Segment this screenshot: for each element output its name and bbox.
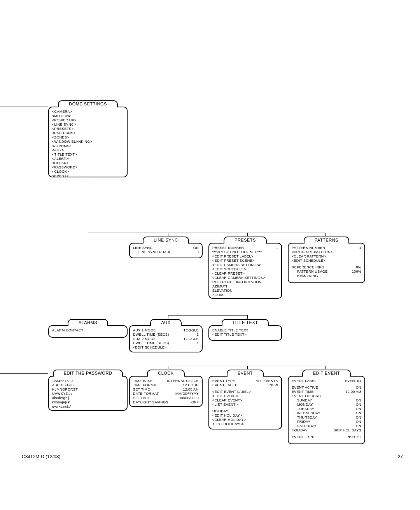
label: THURSDAY bbox=[292, 415, 317, 420]
value: 1 bbox=[359, 246, 361, 250]
label: MONDAY bbox=[292, 403, 313, 407]
dome-settings-item: <LINE SYNC> bbox=[52, 123, 124, 127]
label: <CLEAR HOLIDAY> bbox=[212, 418, 278, 422]
edit-event-box: EDIT EVENT EVENT LABELEVENT01 EVENT ACTI… bbox=[288, 376, 365, 444]
footer-right: 27 bbox=[398, 454, 403, 459]
line-sync-box: LINE SYNC LINE SYNCON LINE SYNC PHASE0 bbox=[129, 243, 203, 258]
connector bbox=[168, 315, 248, 315]
title-text-box: TITLE TEXT ENABLE TITLE TEXT <EDIT TITLE… bbox=[208, 325, 282, 341]
label: <EDIT TITLE TEXT> bbox=[212, 333, 278, 337]
label: REFERENCE INFORMATION bbox=[212, 280, 278, 284]
label: <CLEAR PRESET> bbox=[212, 272, 278, 276]
value: ON bbox=[356, 411, 361, 415]
label: HOLIDAY bbox=[212, 409, 278, 414]
label: FRIDAY bbox=[292, 420, 310, 424]
label: DATE FORMAT bbox=[133, 392, 159, 396]
label: <CLEAR EVENT> bbox=[212, 398, 278, 403]
dome-settings-item: <CLEAR> bbox=[52, 161, 124, 165]
label: ***PRESET NOT DEFINED*** bbox=[212, 250, 278, 254]
label: TUESDAY bbox=[292, 407, 314, 411]
password-box: EDIT THE PASSWORD 1234567890 ABCDEFGHIJ … bbox=[48, 376, 128, 411]
label: HOLIDAY bbox=[292, 428, 308, 433]
dome-settings-body: <CAMERA><MOTION><POWER UP><LINE SYNC><PR… bbox=[52, 110, 124, 178]
label: SATURDAY bbox=[292, 424, 317, 428]
dome-settings-item: <EVENT> bbox=[52, 174, 124, 178]
label: KLMNOPQRST bbox=[52, 387, 124, 392]
value: MM/DD/YYYY bbox=[175, 392, 199, 396]
label: <CLEAR CAMERA SETTINGS> bbox=[212, 276, 278, 280]
label: PATTERN NUMBER bbox=[292, 246, 325, 250]
label: <EDIT SCHEDULE> bbox=[133, 345, 199, 350]
label: REMAINING bbox=[292, 274, 361, 278]
event-title: EVENT bbox=[227, 370, 264, 377]
connector bbox=[168, 366, 168, 369]
connector bbox=[168, 233, 168, 236]
label: <EDIT CAMERA SETTINGS> bbox=[212, 263, 278, 267]
value: 1 bbox=[197, 341, 199, 345]
clock-title: CLOCK bbox=[147, 370, 184, 377]
value: NEW bbox=[270, 383, 278, 387]
label: <PROGRAM PATTERN> bbox=[292, 250, 361, 254]
page-footer: C3412M-D (12/08) 27 bbox=[22, 454, 403, 459]
label: DWELL TIME (SECS) bbox=[133, 341, 169, 345]
connector bbox=[247, 366, 248, 369]
dome-settings-item: <POWER UP> bbox=[52, 118, 124, 123]
value: 00/00/0000 bbox=[180, 396, 199, 400]
label: LINE SYNC PHASE bbox=[133, 250, 172, 254]
dome-settings-item: <ALARMS> bbox=[52, 144, 124, 148]
label: uvwxyz#&:* bbox=[52, 405, 124, 409]
value: ALL EVENTS bbox=[256, 379, 278, 383]
edit-event-title: EDIT EVENT bbox=[302, 370, 351, 377]
dome-settings-item: <AUX> bbox=[52, 148, 124, 152]
value: ON bbox=[193, 246, 199, 250]
alarms-title: ALARMS bbox=[68, 319, 108, 326]
label: <CLEAR PATTERN> bbox=[292, 254, 361, 259]
label: EVENT OCCURS bbox=[292, 394, 361, 398]
connector bbox=[88, 233, 325, 233]
label: SET DATE bbox=[133, 396, 151, 400]
value: 0 bbox=[197, 250, 199, 254]
dome-settings-item: <CAMERA> bbox=[52, 110, 124, 114]
label: <EDIT EVENT> bbox=[212, 394, 278, 398]
dome-settings-item: <ZONES> bbox=[52, 135, 124, 140]
label: 1234567890 bbox=[52, 379, 124, 383]
value: ON bbox=[356, 407, 361, 411]
label: PATTERN USAGE bbox=[292, 270, 328, 274]
value: ON bbox=[356, 424, 361, 428]
patterns-title: PATTERNS bbox=[304, 237, 349, 244]
label: ELEVATION bbox=[212, 289, 278, 293]
label: LINE SYNC bbox=[133, 246, 152, 250]
label: ALARM CONTACT bbox=[52, 328, 124, 333]
dome-settings-item: <PASSWORD> bbox=[52, 165, 124, 170]
footer-left: C3412M-D (12/08) bbox=[22, 454, 60, 459]
label: REFERENCE INFO bbox=[292, 265, 324, 270]
label: EVENT TYPE bbox=[292, 435, 315, 439]
label: ENABLE TITLE TEXT bbox=[212, 328, 278, 333]
label: EVENT LABEL bbox=[212, 383, 237, 387]
dome-settings-item: <MOTION> bbox=[52, 114, 124, 118]
patterns-box: PATTERNS PATTERN NUMBER1 <PROGRAM PATTER… bbox=[288, 243, 365, 283]
line-sync-title: LINE SYNC bbox=[143, 237, 189, 244]
value: 1 bbox=[197, 333, 199, 337]
dome-settings-item: <TITLE TEXT> bbox=[52, 152, 124, 157]
aux-title: AUX bbox=[150, 319, 181, 326]
connector bbox=[0, 323, 48, 323]
connector bbox=[0, 373, 48, 374]
label: DWELL TIME (SECS) bbox=[133, 333, 169, 337]
label: TIME BASE bbox=[133, 379, 153, 383]
label: EVENT ACTIVE bbox=[292, 386, 318, 390]
dome-settings-box: DOME SETTINGS <CAMERA><MOTION><POWER UP>… bbox=[48, 107, 128, 177]
aux-box: AUX AUX 1 MODETOGGLE DWELL TIME (SECS)1 … bbox=[129, 325, 203, 352]
label: AUX 2 MODE bbox=[133, 337, 156, 341]
label: UVWXYZ.,-/ bbox=[52, 392, 124, 396]
label: SUNDAY bbox=[292, 398, 312, 403]
value: 1 bbox=[276, 246, 278, 250]
dome-settings-title: DOME SETTINGS bbox=[58, 100, 118, 107]
presets-title: PRESETS bbox=[224, 237, 267, 244]
alarms-box: ALARMS ALARM CONTACT bbox=[48, 325, 128, 338]
value: ON bbox=[356, 398, 361, 403]
connector bbox=[88, 176, 88, 233]
label: <EDIT PRESET SCENE> bbox=[212, 259, 278, 263]
label: <EDIT PRESET LABEL> bbox=[212, 254, 278, 259]
value: OFF bbox=[191, 400, 199, 405]
